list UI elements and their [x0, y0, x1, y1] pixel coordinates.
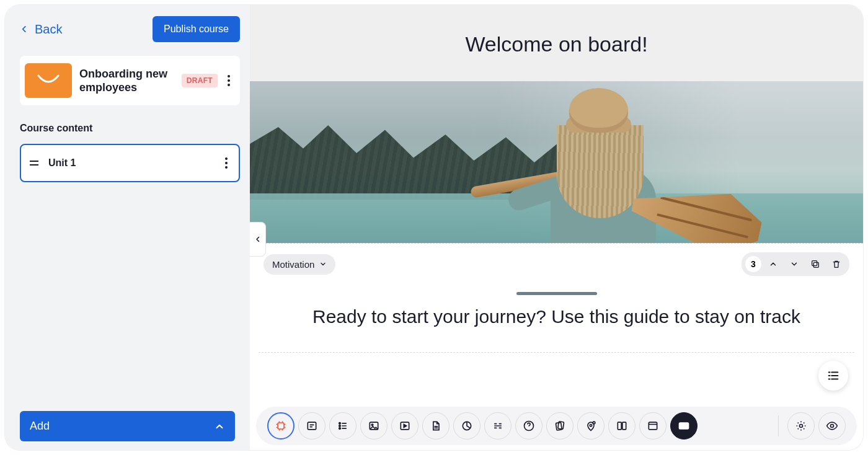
columns-tool[interactable]	[608, 412, 636, 440]
block-index: 3	[745, 256, 761, 272]
svg-point-4	[339, 423, 341, 425]
block-toolbar: Motivation 3	[250, 243, 863, 276]
block-separator	[259, 352, 854, 353]
chevron-left-icon	[20, 25, 29, 33]
svg-point-21	[831, 425, 834, 428]
drag-handle-icon[interactable]	[30, 161, 38, 166]
iframe-tool[interactable]	[639, 412, 666, 440]
unit-label: Unit 1	[48, 157, 213, 169]
block-type-label: Motivation	[272, 259, 314, 270]
document-tool[interactable]	[422, 412, 450, 440]
columns-icon	[616, 420, 628, 432]
gear-icon	[795, 420, 807, 432]
document-icon	[430, 420, 442, 432]
course-thumbnail	[25, 63, 72, 98]
text-icon	[306, 420, 318, 432]
collapse-sidebar-button[interactable]	[250, 222, 266, 257]
svg-rect-1	[812, 261, 817, 266]
video-icon	[399, 420, 411, 432]
svg-rect-2	[278, 423, 284, 429]
svg-rect-0	[813, 262, 818, 267]
publish-button[interactable]: Publish course	[153, 16, 240, 42]
course-menu-button[interactable]	[225, 73, 232, 89]
chart-icon	[461, 420, 473, 432]
back-label: Back	[35, 22, 62, 37]
question-tool[interactable]	[515, 412, 542, 440]
eye-icon	[826, 420, 838, 432]
chevron-left-icon	[254, 236, 262, 243]
chip-icon	[275, 420, 287, 432]
svg-rect-16	[618, 422, 621, 430]
status-badge: DRAFT	[182, 74, 218, 87]
settings-button[interactable]	[787, 412, 815, 440]
image-tool[interactable]	[360, 412, 388, 440]
add-label: Add	[30, 420, 50, 433]
question-icon	[523, 420, 535, 432]
svg-rect-17	[622, 422, 626, 430]
cards-icon	[554, 420, 566, 432]
add-button[interactable]: Add	[20, 411, 235, 441]
subheading[interactable]: Ready to start your journey? Use this gu…	[250, 306, 863, 352]
image-icon	[368, 420, 380, 432]
page-title[interactable]: Welcome on board!	[250, 5, 863, 81]
text-tool[interactable]	[298, 412, 326, 440]
play-icon	[678, 420, 690, 432]
outline-fab[interactable]	[818, 361, 848, 391]
svg-point-6	[339, 428, 341, 430]
svg-rect-3	[308, 422, 316, 430]
course-title: Onboarding new employees	[79, 67, 174, 95]
list-tool[interactable]	[329, 412, 356, 440]
chart-tool[interactable]	[453, 412, 480, 440]
ai-tool[interactable]	[267, 412, 294, 440]
move-down-button[interactable]	[785, 255, 804, 273]
delete-button[interactable]	[827, 255, 846, 273]
content-divider	[516, 292, 597, 295]
back-button[interactable]: Back	[20, 22, 62, 37]
block-type-chip[interactable]: Motivation	[264, 254, 335, 275]
chevron-up-icon	[214, 421, 225, 432]
embed-tool[interactable]	[670, 412, 698, 440]
unit-item[interactable]: Unit 1	[20, 144, 240, 182]
svg-point-20	[800, 425, 803, 428]
hero-image[interactable]	[250, 81, 863, 243]
svg-point-8	[371, 424, 373, 426]
pin-icon	[585, 420, 597, 432]
move-up-button[interactable]	[764, 255, 782, 273]
browser-icon	[647, 420, 659, 432]
svg-point-15	[593, 422, 595, 424]
video-tool[interactable]	[391, 412, 418, 440]
cards-tool[interactable]	[546, 412, 574, 440]
svg-rect-18	[649, 422, 657, 430]
duplicate-button[interactable]	[806, 255, 825, 273]
hotspot-tool[interactable]	[577, 412, 604, 440]
unit-menu-button[interactable]	[223, 155, 230, 171]
course-card[interactable]: Onboarding new employees DRAFT	[20, 56, 240, 105]
app-frame: Back Publish course Onboarding new emplo…	[5, 5, 863, 450]
divider-icon	[492, 420, 504, 432]
chevron-down-icon	[319, 260, 327, 268]
toolbar-separator	[778, 415, 779, 436]
bullet-list-icon	[337, 420, 349, 432]
svg-point-5	[339, 425, 341, 427]
course-content-heading: Course content	[20, 123, 240, 134]
editor-canvas: Welcome on board! Motivation	[250, 5, 863, 450]
sidebar: Back Publish course Onboarding new emplo…	[5, 5, 250, 450]
preview-button[interactable]	[818, 412, 846, 440]
list-icon	[826, 369, 840, 382]
sidebar-top-row: Back Publish course	[20, 16, 240, 42]
block-controls: 3	[742, 252, 849, 276]
divider-tool[interactable]	[484, 412, 512, 440]
insert-toolbar	[256, 407, 857, 445]
svg-point-14	[590, 425, 591, 426]
